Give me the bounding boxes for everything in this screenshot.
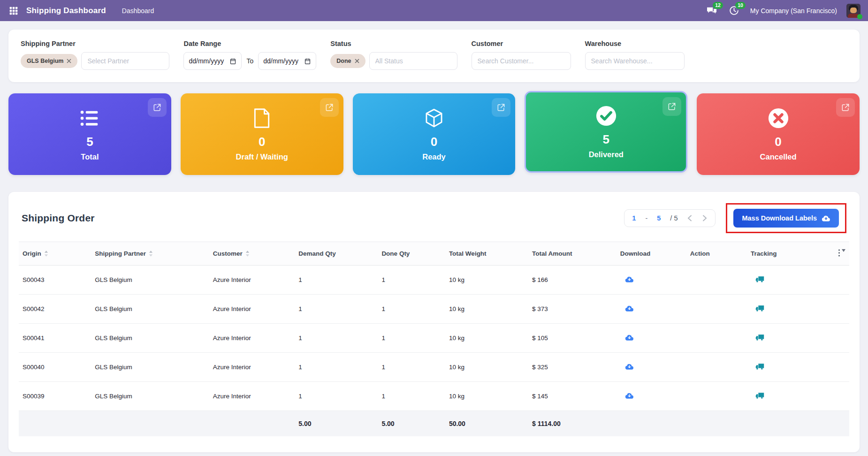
page-end[interactable]: 5 — [657, 214, 661, 222]
weight-cell: 10 kg — [445, 324, 528, 353]
sort-icon — [44, 251, 48, 257]
date-from-input[interactable]: dd/mm/yyyy — [183, 52, 242, 70]
origin-cell[interactable]: S00039 — [19, 382, 91, 411]
open-external-icon[interactable] — [836, 98, 855, 117]
messages-icon[interactable]: 12 — [705, 5, 718, 17]
total-weight: 50.00 — [445, 411, 528, 437]
amount-cell: $ 373 — [528, 295, 617, 324]
mass-download-labels-button[interactable]: Mass Download Labels — [733, 209, 839, 228]
filter-date-range: Date Range dd/mm/yyyy To dd/mm/yyyy — [183, 40, 316, 73]
apps-grid-icon[interactable] — [8, 5, 20, 17]
demand-cell: 1 — [295, 324, 378, 353]
filter-bar: Shipping Partner GLS Belgium Date Range … — [8, 30, 860, 82]
open-external-icon[interactable] — [148, 98, 167, 117]
download-label-icon[interactable] — [625, 304, 634, 312]
table-row[interactable]: S00039 GLS Belgium Azure Interior 1 1 10… — [19, 382, 849, 411]
check-circle-icon — [595, 105, 617, 127]
filter-label: Status — [330, 40, 457, 47]
stat-label: Total — [81, 152, 99, 161]
filter-label: Warehouse — [585, 40, 685, 47]
action-cell — [686, 353, 747, 382]
origin-cell[interactable]: S00043 — [19, 266, 91, 295]
stat-card-total[interactable]: 5 Total — [8, 93, 171, 175]
table-row[interactable]: S00043 GLS Belgium Azure Interior 1 1 10… — [19, 266, 849, 295]
activities-icon[interactable]: 10 — [728, 5, 741, 17]
warehouse-search-input[interactable] — [585, 52, 685, 70]
table-row[interactable]: S00041 GLS Belgium Azure Interior 1 1 10… — [19, 324, 849, 353]
origin-cell[interactable]: S00041 — [19, 324, 91, 353]
table-row[interactable]: S00040 GLS Belgium Azure Interior 1 1 10… — [19, 353, 849, 382]
table-row[interactable]: S00042 GLS Belgium Azure Interior 1 1 10… — [19, 295, 849, 324]
prev-page-icon[interactable] — [687, 215, 693, 221]
cube-icon — [424, 107, 444, 129]
menu-dashboard[interactable]: Dashboard — [118, 4, 158, 17]
status-chip[interactable]: Done — [330, 54, 365, 68]
download-label-icon[interactable] — [625, 334, 634, 341]
column-options-icon[interactable] — [838, 249, 845, 257]
download-label-icon[interactable] — [625, 275, 634, 283]
pagination: 1 - 5 / 5 — [624, 209, 716, 227]
date-to-input[interactable]: dd/mm/yyyy — [258, 52, 316, 70]
page-start[interactable]: 1 — [632, 214, 636, 222]
download-label-icon[interactable] — [625, 392, 634, 399]
remove-partner-chip-icon[interactable] — [67, 59, 71, 63]
weight-cell: 10 kg — [445, 266, 528, 295]
col-options — [817, 242, 849, 266]
partner-chip[interactable]: GLS Belgium — [21, 54, 77, 68]
amount-cell: $ 105 — [528, 324, 617, 353]
stat-count: 0 — [259, 136, 265, 148]
next-page-icon[interactable] — [702, 215, 708, 221]
partner-cell: GLS Belgium — [91, 382, 209, 411]
stat-label: Delivered — [589, 150, 624, 159]
status-select-input[interactable] — [369, 52, 457, 70]
open-external-icon[interactable] — [662, 97, 681, 116]
tracking-truck-icon[interactable] — [755, 363, 764, 370]
calendar-icon[interactable] — [304, 58, 311, 65]
col-shipping-partner[interactable]: Shipping Partner — [91, 242, 209, 266]
done-cell: 1 — [378, 266, 445, 295]
customer-cell: Azure Interior — [209, 324, 295, 353]
date-from-value: dd/mm/yyyy — [189, 57, 224, 65]
tracking-truck-icon[interactable] — [755, 334, 764, 341]
remove-status-chip-icon[interactable] — [355, 59, 359, 63]
calendar-icon[interactable] — [229, 58, 236, 65]
totals-row: 5.00 5.00 50.00 $ 1114.00 — [19, 411, 849, 437]
cloud-download-icon — [822, 214, 830, 222]
tracking-truck-icon[interactable] — [755, 276, 764, 283]
page-total: / 5 — [670, 214, 678, 222]
col-total-weight: Total Weight — [445, 242, 528, 266]
open-external-icon[interactable] — [492, 98, 510, 117]
x-circle-icon — [768, 107, 789, 129]
col-action: Action — [686, 242, 747, 266]
online-status-dot — [857, 14, 862, 19]
col-total-amount: Total Amount — [528, 242, 617, 266]
origin-cell[interactable]: S00042 — [19, 295, 91, 324]
stat-count: 5 — [603, 133, 609, 145]
action-cell — [686, 324, 747, 353]
open-external-icon[interactable] — [320, 98, 339, 117]
sort-icon — [245, 251, 250, 257]
action-cell — [686, 295, 747, 324]
stat-card-cancelled[interactable]: 0 Cancelled — [697, 93, 860, 175]
col-origin[interactable]: Origin — [19, 242, 91, 266]
filter-status: Status Done — [330, 40, 457, 73]
stat-card-draft-waiting[interactable]: 0 Draft / Waiting — [181, 93, 343, 175]
stat-card-ready[interactable]: 0 Ready — [353, 93, 516, 175]
partner-cell: GLS Belgium — [91, 353, 209, 382]
partner-select-input[interactable] — [81, 52, 169, 70]
tracking-truck-icon[interactable] — [755, 392, 764, 399]
action-cell — [686, 382, 747, 411]
app-title[interactable]: Shipping Dashboard — [26, 6, 106, 15]
company-switcher[interactable]: My Company (San Francisco) — [750, 7, 837, 15]
done-cell: 1 — [378, 382, 445, 411]
customer-cell: Azure Interior — [209, 266, 295, 295]
shipping-order-section: Shipping Order 1 - 5 / 5 Mass Download L… — [8, 192, 860, 452]
filter-label: Date Range — [183, 40, 316, 47]
tracking-truck-icon[interactable] — [755, 305, 764, 312]
download-label-icon[interactable] — [625, 363, 634, 370]
customer-search-input[interactable] — [472, 52, 571, 70]
col-customer[interactable]: Customer — [209, 242, 295, 266]
partner-cell: GLS Belgium — [91, 266, 209, 295]
stat-card-delivered[interactable]: 5 Delivered — [525, 91, 687, 173]
origin-cell[interactable]: S00040 — [19, 353, 91, 382]
